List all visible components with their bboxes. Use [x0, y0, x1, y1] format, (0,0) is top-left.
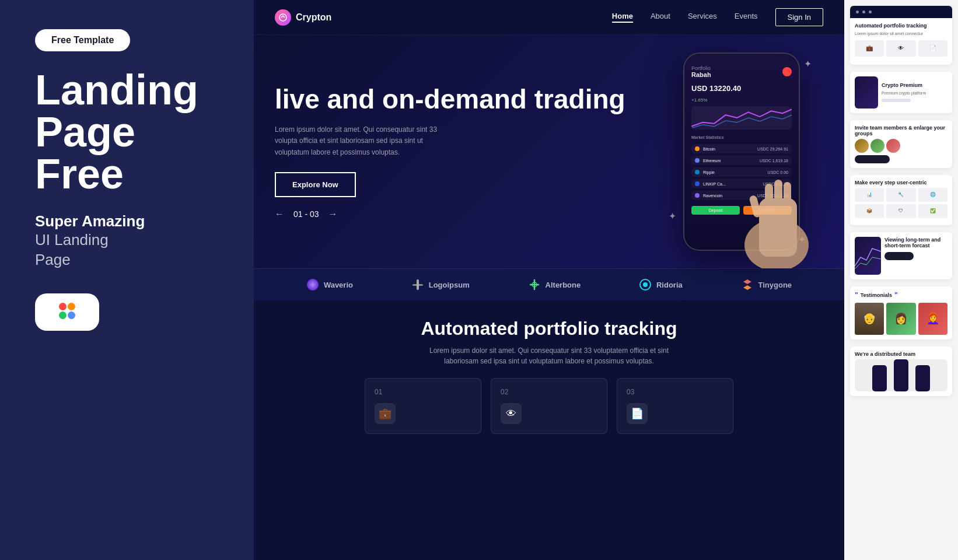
- sparkle-2: ✦: [669, 211, 676, 222]
- nav-link-services[interactable]: Services: [688, 12, 717, 23]
- svg-rect-1: [68, 303, 75, 310]
- thumbnail-invite[interactable]: Invite team members & enlarge your group…: [850, 120, 952, 168]
- market-stats-label: Market Statistics: [691, 135, 792, 139]
- nav-links: Home About Services Events: [612, 12, 758, 23]
- thumb-connect-wallet-2: 📄: [918, 40, 947, 57]
- bottom-section: Automated portfolio tracking Lorem ipsum…: [254, 300, 844, 446]
- dist-phone-3: [915, 365, 930, 391]
- thumb-title-2: Crypto Premium: [882, 82, 926, 88]
- link-dot: [695, 181, 700, 186]
- thumb-content-1: Automated portfolio tracking Lorem ipsum…: [850, 18, 952, 65]
- subtitle-light-text: UI LandingPage: [35, 231, 109, 268]
- dist-phone-1: [872, 365, 887, 391]
- thumb-forecast-text: Viewing long-term and short-term forcast: [884, 237, 947, 260]
- card-icon-3: 📄: [627, 403, 648, 424]
- nav-link-about[interactable]: About: [651, 12, 670, 23]
- hero-next-arrow[interactable]: →: [328, 209, 338, 219]
- logoipsum-label: Logoipsum: [429, 281, 470, 289]
- svg-rect-3: [68, 312, 75, 319]
- thumbnail-automated[interactable]: Automated portfolio tracking Lorem ipsum…: [850, 6, 952, 65]
- svg-rect-9: [784, 182, 791, 210]
- quote-close-icon: ": [894, 291, 898, 299]
- nav-link-home[interactable]: Home: [612, 12, 633, 23]
- subtitle-light: UI LandingPage: [35, 230, 219, 270]
- thumb-icon-grid-4: 📊 🔧 🌐 📦 🛡 ✅: [855, 188, 947, 218]
- svg-point-4: [279, 14, 286, 21]
- thumb-dot-3: [869, 10, 872, 13]
- thumb-content-7: We're a distributed team: [850, 346, 952, 396]
- thumb-crypto-text: Crypto Premium Premium crypto platform: [882, 82, 926, 102]
- testimonial-avatar-2: 👩: [886, 303, 915, 335]
- thumb-title-4: Make every step user-centric: [855, 180, 947, 186]
- svg-rect-7: [765, 184, 773, 210]
- wallet-thumb-icon: 💼: [866, 45, 873, 51]
- thumb-connect-exchange: 👁: [886, 40, 915, 57]
- thumb-invite-button[interactable]: [855, 155, 890, 163]
- thumb-title-1: Automated portfolio tracking: [855, 23, 947, 29]
- thumb-content-3: Invite team members & enlarge your group…: [850, 120, 952, 168]
- avatar-2-placeholder: 👩: [886, 303, 915, 335]
- grid-icon-2: 🔧: [886, 188, 915, 202]
- thumb-icon-row-1: 💼 👁 📄: [855, 40, 947, 57]
- thumb-title-6: " Testimonials ": [855, 291, 947, 299]
- phone-balance: USD 13220.40: [691, 84, 792, 93]
- tinygone-label: Tinygone: [758, 281, 792, 289]
- ridoria-label: Ridoria: [656, 281, 683, 289]
- quote-open-icon: ": [855, 291, 858, 299]
- thumb-forecast-row: Viewing long-term and short-term forcast: [855, 237, 947, 275]
- thumb-forecast-btn[interactable]: [884, 252, 914, 260]
- thumb-team-avatars: [855, 139, 947, 153]
- section-description: Lorem ipsum dolor sit amet. Qui consequa…: [426, 345, 672, 366]
- thumbnail-distributed[interactable]: We're a distributed team: [850, 346, 952, 396]
- thumb-crypto-row: Crypto Premium Premium crypto platform: [855, 76, 947, 108]
- left-panel: Free Template Landing Page Free Super Am…: [0, 0, 254, 560]
- main-title-text: Landing Page Free: [35, 66, 198, 197]
- svg-rect-0: [59, 303, 67, 310]
- partner-logoipsum: Logoipsum: [411, 278, 470, 291]
- nav-logo: Crypton: [275, 9, 331, 26]
- thumbnail-crypto-premium[interactable]: Crypto Premium Premium crypto platform: [850, 72, 952, 113]
- thumbnail-testimonials[interactable]: " Testimonials " 👴 👩 👩‍🦰: [850, 286, 952, 340]
- grid-icon-1: 📊: [855, 188, 884, 202]
- subtitle-bold-text: Super Amazing: [35, 212, 145, 230]
- hero-navigation: ← 01 - 03 →: [275, 209, 660, 219]
- hand-illustration: [718, 152, 835, 268]
- alterbone-label: Alterbone: [546, 281, 581, 289]
- signin-button[interactable]: Sign In: [775, 8, 823, 26]
- grid-icon-6: ✅: [918, 204, 947, 218]
- thumbnail-user-centric[interactable]: Make every step user-centric 📊 🔧 🌐 📦 🛡 ✅: [850, 175, 952, 225]
- feature-card-1: 01 💼: [365, 378, 481, 434]
- hero-prev-arrow[interactable]: ←: [275, 209, 284, 219]
- testimonial-avatar-1: 👴: [855, 303, 884, 335]
- ripple-dot: [695, 170, 700, 174]
- partners-bar: Waverio Logoipsum Alterbone: [254, 268, 844, 300]
- preview-navbar: Crypton Home About Services Events Sign …: [254, 0, 844, 35]
- explore-button[interactable]: Explore Now: [275, 172, 356, 197]
- feature-card-2: 02 👁: [491, 378, 607, 434]
- svg-rect-13: [417, 279, 419, 290]
- figma-badge[interactable]: [35, 293, 99, 331]
- section-title: Automated portfolio tracking: [277, 318, 821, 340]
- grid-icon-4: 📦: [855, 204, 884, 218]
- thumb-desc-1: Lorem ipsum dolor sit amet connectur: [855, 31, 947, 37]
- document-icon: 📄: [631, 407, 644, 420]
- svg-rect-8: [774, 180, 782, 209]
- subtitle-bold: Super Amazing: [35, 212, 219, 230]
- nav-link-events[interactable]: Events: [735, 12, 758, 23]
- svg-rect-2: [59, 312, 67, 319]
- hero-text: live and on-demand trading Lorem ipsum d…: [275, 84, 660, 219]
- alterbone-icon: [528, 278, 541, 291]
- wallet-icon: 💼: [379, 407, 391, 420]
- thumb-content-2: Crypto Premium Premium crypto platform: [850, 72, 952, 113]
- card-number-2: 02: [501, 388, 597, 396]
- thumb-progress-bar: [882, 99, 911, 102]
- svg-point-16: [643, 282, 648, 287]
- waverio-icon: [306, 278, 319, 291]
- thumbnail-forecast[interactable]: Viewing long-term and short-term forcast: [850, 232, 952, 279]
- badge-text: Free Template: [51, 35, 114, 46]
- phone-mockup: ✦ ✦ ✦ Portfolio Rabah USD 13220.40: [660, 52, 823, 251]
- phone-change: +1.65%: [691, 97, 792, 103]
- tinygone-icon: [741, 278, 754, 291]
- thumb-title-5: Viewing long-term and short-term forcast: [884, 237, 947, 249]
- distributed-team-visual: [855, 359, 947, 391]
